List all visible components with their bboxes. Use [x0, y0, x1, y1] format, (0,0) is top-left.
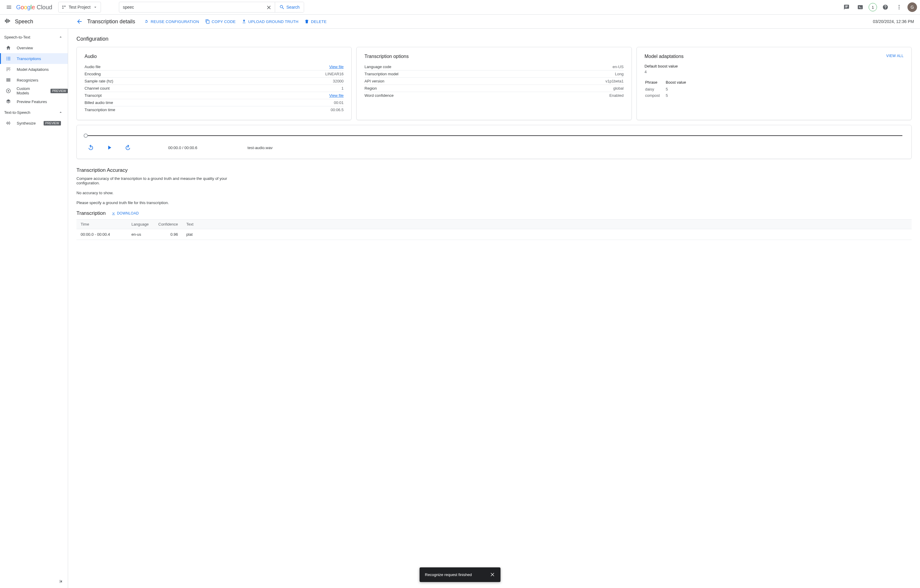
forward-5-icon: 5	[125, 144, 131, 151]
player-thumb[interactable]	[84, 134, 88, 138]
audio-card-title: Audio	[84, 54, 343, 59]
more-vert-icon	[896, 4, 902, 10]
trial-badge[interactable]: 1	[869, 3, 877, 11]
more-button[interactable]	[894, 2, 904, 13]
sidebar-item-overview[interactable]: Overview	[0, 42, 68, 53]
sidebar-item-label: Preview Features	[17, 99, 47, 104]
sidebar-section-speech-to-text[interactable]: Speech-to-Text	[0, 32, 68, 42]
product-bar: Speech Transcription details REUSE CONFI…	[0, 15, 920, 29]
copy-code-button[interactable]: COPY CODE	[205, 19, 236, 24]
kv-value: 1	[342, 86, 343, 91]
main-menu-button[interactable]	[3, 1, 15, 13]
cloud-logo-text: Cloud	[37, 4, 52, 11]
adaptations-card-title: Model adaptations	[645, 54, 684, 59]
play-button[interactable]	[104, 143, 114, 153]
account-avatar[interactable]: G	[907, 2, 917, 12]
player-track[interactable]	[86, 135, 902, 136]
adapt-row: daisy5	[645, 86, 692, 92]
view-file-link[interactable]: View file	[329, 65, 343, 69]
back-button[interactable]	[74, 16, 85, 27]
model-adaptations-card: Model adaptations VIEW ALL Default boost…	[637, 47, 912, 120]
project-picker[interactable]: Test Project	[58, 2, 101, 13]
kv-row: Language codeen-US	[364, 63, 624, 71]
adapt-phrase: daisy	[645, 86, 665, 92]
search-icon	[279, 5, 285, 10]
svg-point-1	[64, 6, 65, 7]
kv-value: v1p1beta1	[606, 79, 624, 83]
adapt-boost: 5	[666, 92, 692, 98]
help-button[interactable]	[880, 2, 891, 13]
view-file-link[interactable]: View file	[329, 93, 343, 98]
kv-row: Billed audio time00:01	[84, 99, 343, 106]
sidebar-collapse-button[interactable]	[57, 577, 65, 586]
preview-badge: PREVIEW	[50, 89, 68, 93]
kv-key: Language code	[364, 65, 391, 69]
tune-icon	[5, 66, 11, 72]
arrow-back-icon	[76, 18, 83, 25]
configuration-title: Configuration	[76, 36, 912, 42]
kv-key: Transcript	[84, 93, 102, 98]
sidebar-item-recognizers[interactable]: Recognizers	[0, 75, 68, 86]
search-button[interactable]: Search	[275, 2, 304, 12]
accuracy-empty: No accuracy to show.	[76, 191, 232, 195]
copy-icon	[205, 19, 210, 24]
reuse-configuration-button[interactable]: REUSE CONFIGURATION	[144, 19, 199, 24]
kv-row: Word confidenceEnabled	[364, 92, 624, 99]
google-logo-text: Google	[16, 4, 35, 11]
svg-rect-7	[6, 19, 7, 23]
search-clear-button[interactable]	[263, 2, 275, 12]
cloud-shell-button[interactable]	[855, 2, 866, 13]
svg-point-5	[899, 8, 899, 9]
toast-close-button[interactable]	[489, 572, 495, 578]
forward-5-button[interactable]: 5	[123, 143, 133, 153]
sidebar-item-model-adaptations[interactable]: Model Adaptations	[0, 64, 68, 75]
search-input[interactable]	[119, 5, 263, 10]
kv-key: Encoding	[84, 72, 100, 76]
gemini-button[interactable]	[841, 2, 852, 13]
kv-row: Transcription modelLong	[364, 71, 624, 78]
player-time: 00:00.0 / 00:00.6	[168, 146, 198, 150]
svg-rect-12	[6, 123, 7, 124]
delete-button[interactable]: DELETE	[305, 19, 327, 24]
chevron-up-icon	[58, 110, 63, 115]
view-all-link[interactable]: VIEW ALL	[886, 54, 904, 58]
sidebar: Speech-to-Text Overview Transcriptions M…	[0, 29, 68, 588]
chat-icon	[844, 4, 849, 10]
kv-row: Channel count1	[84, 85, 343, 92]
sidebar-section-text-to-speech[interactable]: Text-to-Speech	[0, 107, 68, 118]
accuracy-hint: Please specify a ground truth file for t…	[76, 201, 232, 205]
svg-text:5: 5	[127, 147, 128, 149]
upload-icon	[241, 19, 246, 24]
download-transcription-button[interactable]: DOWNLOAD	[111, 211, 139, 216]
sidebar-item-label: Synthesize	[17, 121, 36, 125]
kv-row: Audio fileView file	[84, 63, 343, 71]
upload-ground-truth-button[interactable]: UPLOAD GROUND TRUTH	[241, 19, 298, 24]
gcp-logo[interactable]: Google Cloud	[16, 4, 52, 11]
sidebar-item-label: Custom Models	[16, 86, 43, 95]
svg-rect-14	[8, 122, 9, 124]
project-name: Test Project	[69, 5, 91, 10]
accuracy-description: Compare accuracy of the transcription to…	[76, 176, 232, 185]
adapt-row: compost5	[645, 92, 692, 98]
rewind-5-button[interactable]: 5	[86, 143, 96, 153]
sidebar-item-transcriptions[interactable]: Transcriptions	[0, 53, 68, 64]
play-icon	[106, 144, 113, 151]
top-bar: Google Cloud Test Project Search 1 G	[0, 0, 920, 15]
help-icon	[882, 4, 888, 10]
svg-rect-16	[10, 123, 10, 124]
sidebar-item-preview-features[interactable]: Preview Features	[0, 96, 68, 107]
preview-badge: PREVIEW	[44, 121, 61, 125]
svg-rect-13	[7, 121, 8, 125]
layers-icon	[5, 99, 11, 104]
kv-key: Word confidence	[364, 93, 394, 98]
sidebar-item-label: Transcriptions	[17, 57, 41, 61]
kv-row: Regionglobal	[364, 85, 624, 92]
close-icon	[266, 5, 272, 10]
toast-text: Recognize request finished	[425, 572, 472, 577]
sidebar-item-custom-models[interactable]: Custom Models PREVIEW	[0, 86, 68, 96]
hamburger-icon	[6, 4, 12, 10]
sidebar-item-label: Recognizers	[17, 78, 38, 83]
kv-value: global	[613, 86, 624, 91]
kv-value: 00:01	[334, 100, 344, 105]
sidebar-item-synthesize[interactable]: Synthesize PREVIEW	[0, 118, 68, 128]
